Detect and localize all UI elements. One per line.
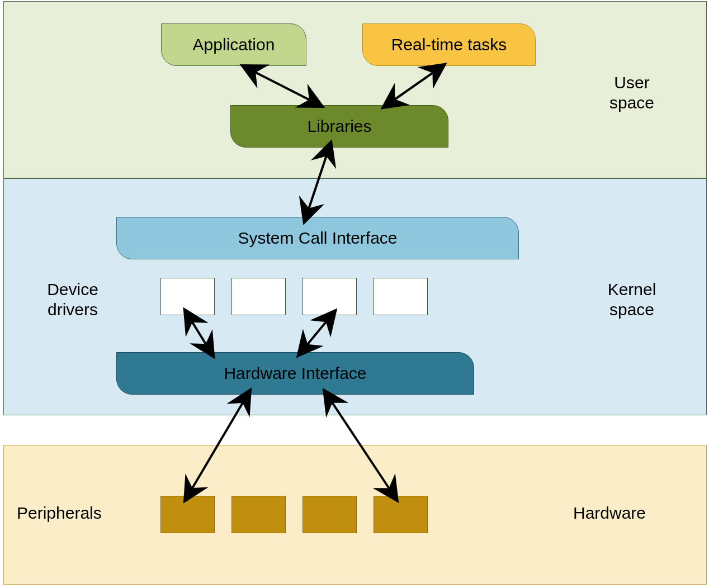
application-node: Application	[161, 23, 306, 66]
libraries-node: Libraries	[230, 105, 448, 148]
hardware-label: Hardware	[548, 503, 671, 523]
kernel-space-label-line2: space	[582, 300, 682, 320]
device-drivers-label-line2: drivers	[31, 300, 115, 320]
driver-box	[231, 278, 286, 315]
driver-box	[302, 278, 357, 315]
peripheral-box	[374, 496, 428, 533]
peripheral-box	[160, 496, 215, 533]
driver-box	[374, 278, 428, 315]
realtime-node-label: Real-time tasks	[391, 35, 507, 54]
syscall-node: System Call Interface	[116, 217, 519, 259]
user-space-label-line1: User	[582, 73, 682, 93]
hwiface-node-label: Hardware Interface	[224, 364, 366, 383]
libraries-node-label: Libraries	[307, 117, 371, 136]
driver-box	[160, 278, 215, 315]
diagram-stage: User space Kernel space Hardware Device …	[0, 0, 709, 588]
peripheral-box	[302, 496, 357, 533]
application-node-label: Application	[193, 35, 275, 54]
user-space-label-line2: space	[582, 93, 682, 113]
device-drivers-label-line1: Device	[31, 279, 115, 300]
user-space-label: User space	[582, 73, 682, 113]
kernel-space-label-line1: Kernel	[582, 279, 682, 300]
peripherals-label: Peripherals	[17, 503, 140, 523]
device-drivers-label: Device drivers	[31, 279, 115, 320]
peripheral-box	[231, 496, 286, 533]
kernel-space-label: Kernel space	[582, 279, 682, 320]
hwiface-node: Hardware Interface	[116, 352, 474, 395]
realtime-node: Real-time tasks	[362, 23, 536, 66]
syscall-node-label: System Call Interface	[238, 229, 397, 248]
